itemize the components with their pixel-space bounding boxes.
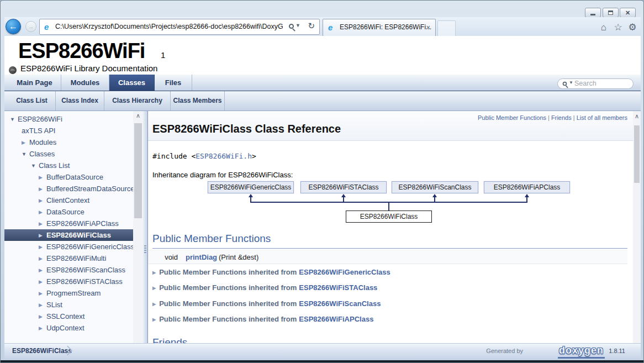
- expander-right-icon[interactable]: [39, 267, 46, 273]
- expander-right-icon: ▶: [152, 302, 156, 307]
- inheritance-caption: Inheritance diagram for ESP8266WiFiClass…: [152, 171, 293, 179]
- back-button[interactable]: ←: [6, 19, 21, 34]
- summary-link-friends[interactable]: Friends: [551, 114, 572, 121]
- class-link-staclass[interactable]: ESP8266WiFiSTAClass: [299, 283, 377, 292]
- expander-down-icon[interactable]: [10, 117, 18, 122]
- close-button[interactable]: ✕: [620, 8, 636, 18]
- diagram-box-wificlass[interactable]: ESP8266WiFiClass: [346, 211, 432, 223]
- inherited-section-staclass[interactable]: ▶Public Member Functions inherited fromE…: [152, 283, 377, 294]
- browser-tab[interactable]: e ESP8266WiFi: ESP8266WiFi... ×: [323, 19, 436, 36]
- tree-item-datasource[interactable]: DataSource: [4, 206, 133, 218]
- tree-item-esp8266wifiapclass[interactable]: ESP8266WiFiAPClass: [4, 218, 133, 229]
- expander-right-icon[interactable]: [39, 198, 46, 203]
- diagram-box-staclass[interactable]: ESP8266WiFiSTAClass: [300, 181, 387, 193]
- summary-link-public-member-functions[interactable]: Public Member Functions: [478, 114, 546, 121]
- expander-right-icon[interactable]: [39, 233, 46, 238]
- tab-modules[interactable]: Modules: [61, 75, 109, 91]
- inherited-section-apclass[interactable]: ▶Public Member Functions inherited fromE…: [152, 315, 373, 326]
- doxygen-page: ESP8266WiFi 1 ESP8266WiFi Library Docume…: [4, 36, 641, 359]
- tree-item-classes[interactable]: Classes: [4, 148, 133, 160]
- tree-item-esp8266wifimulti[interactable]: ESP8266WiFiMulti: [4, 252, 133, 264]
- class-link-genericclass[interactable]: ESP8266WiFiGenericClass: [299, 268, 390, 276]
- inherited-section-scanclass[interactable]: ▶Public Member Functions inherited fromE…: [152, 299, 381, 311]
- address-bar[interactable]: e C:\Users\Krzysztof\Documents\Projects\…: [39, 19, 320, 35]
- sidebar-scrollbar-thumb[interactable]: [134, 123, 142, 218]
- expander-right-icon[interactable]: [39, 221, 46, 227]
- expander-right-icon: ▶: [152, 286, 156, 291]
- splitter-handle[interactable]: [143, 111, 148, 359]
- search-icon[interactable]: [289, 24, 294, 29]
- tree-item-bufferdatasource[interactable]: BufferDataSource: [4, 171, 133, 183]
- expander-right-icon[interactable]: [39, 244, 46, 250]
- tree-item-esp8266wifiscanclass[interactable]: ESP8266WiFiScanClass: [4, 264, 133, 276]
- restore-icon: [608, 10, 613, 15]
- chevron-down-icon[interactable]: ▼: [569, 80, 573, 85]
- tree-item-esp8266wifi[interactable]: ESP8266WiFi: [4, 113, 133, 125]
- scroll-up-icon[interactable]: ∧: [633, 113, 641, 120]
- refresh-button[interactable]: ↻: [308, 21, 315, 31]
- expander-right-icon[interactable]: [39, 256, 46, 261]
- expander-right-icon[interactable]: [39, 302, 46, 308]
- tree-item-axtls-api[interactable]: axTLS API: [4, 125, 133, 136]
- doc-search-box[interactable]: ▼ Search: [557, 78, 634, 89]
- tree-item-esp8266wifistaclass[interactable]: ESP8266WiFiSTAClass: [4, 276, 133, 287]
- expander-down-icon[interactable]: [22, 151, 29, 157]
- doxygen-version: 1.8.11: [609, 344, 625, 359]
- tab-main-page[interactable]: Main Page: [8, 75, 61, 91]
- search-icon[interactable]: [563, 82, 567, 86]
- new-tab-button[interactable]: [437, 20, 456, 36]
- expander-right-icon[interactable]: [39, 314, 46, 319]
- home-button[interactable]: ⌂: [597, 22, 610, 34]
- expander-right-icon[interactable]: [39, 325, 46, 331]
- class-link-scanclass[interactable]: ESP8266WiFiScanClass: [299, 299, 381, 308]
- settings-button[interactable]: ⚙: [626, 22, 639, 34]
- expander-down-icon[interactable]: [31, 163, 39, 169]
- chevron-down-icon[interactable]: ▼: [295, 23, 300, 28]
- expander-right-icon[interactable]: [22, 140, 29, 145]
- project-brief: ESP8266WiFi Library Documentation: [20, 64, 157, 73]
- expander-right-icon[interactable]: [39, 175, 46, 180]
- tree-item-esp8266wifigenericclass[interactable]: ESP8266WiFiGenericClass: [4, 241, 133, 252]
- tab-class-index[interactable]: Class Index: [56, 91, 104, 111]
- tab-class-list[interactable]: Class List: [8, 91, 56, 111]
- scroll-up-icon[interactable]: ∧: [133, 112, 143, 119]
- tab-close-icon[interactable]: ×: [426, 23, 430, 32]
- tab-files[interactable]: Files: [155, 75, 192, 91]
- search-placeholder[interactable]: Search: [574, 79, 597, 88]
- tree-item-sslcontext[interactable]: SSLContext: [4, 311, 133, 322]
- tree-item-modules[interactable]: Modules: [4, 136, 133, 148]
- diagram-box-scanclass[interactable]: ESP8266WiFiScanClass: [392, 181, 478, 193]
- tab-classes[interactable]: Classes: [109, 75, 155, 91]
- diagram-box-genericclass[interactable]: ESP8266WiFiGenericClass: [208, 181, 294, 193]
- doxygen-logo[interactable]: doxygen: [558, 345, 605, 359]
- inherited-section-genericclass[interactable]: ▶Public Member Functions inherited fromE…: [152, 268, 390, 279]
- tree-item-clientcontext[interactable]: ClientContext: [4, 194, 133, 206]
- expander-right-icon[interactable]: [39, 291, 46, 296]
- tree-item-udpcontext[interactable]: UdpContext: [4, 322, 133, 334]
- tree-item-class-list[interactable]: Class List: [4, 160, 133, 171]
- diagram-box-apclass[interactable]: ESP8266WiFiAPClass: [484, 181, 570, 193]
- tree-item-esp8266wificlass-selected[interactable]: ESP8266WiFiClass: [4, 229, 133, 241]
- content-scrollbar-thumb[interactable]: [634, 125, 640, 183]
- tab-class-members[interactable]: Class Members: [171, 91, 225, 111]
- browser-window: ✕ ← → e C:\Users\Krzysztof\Documents\Pro…: [0, 0, 644, 363]
- summary-link-all-members[interactable]: List of all members: [577, 114, 627, 121]
- tree-item-slist[interactable]: SList: [4, 299, 133, 311]
- include-file-link[interactable]: ESP8266WiFi.h: [196, 152, 252, 160]
- favorites-button[interactable]: ☆: [611, 22, 625, 34]
- tree-item-bufferedstreamdatasource[interactable]: BufferedStreamDataSource: [4, 183, 133, 194]
- address-url[interactable]: C:\Users\Krzysztof\Documents\Projects\es…: [55, 19, 283, 34]
- class-link-apclass[interactable]: ESP8266WiFiAPClass: [299, 315, 373, 323]
- tab-class-hierarchy[interactable]: Class Hierarchy: [104, 91, 171, 111]
- member-link-printdiag[interactable]: printDiag: [186, 250, 217, 264]
- expander-right-icon[interactable]: [39, 209, 46, 215]
- forward-button[interactable]: →: [25, 21, 36, 32]
- footer-bar: ESP8266WiFiClass Generated by doxygen 1.…: [4, 343, 641, 359]
- project-name: ESP8266WiFi: [18, 39, 145, 63]
- expander-right-icon[interactable]: [39, 186, 46, 192]
- minimize-button[interactable]: [585, 8, 601, 18]
- tree-item-progmemstream[interactable]: ProgmemStream: [4, 287, 133, 299]
- expander-right-icon[interactable]: [39, 279, 46, 285]
- restore-button[interactable]: [603, 8, 619, 18]
- page-title: ESP8266WiFiClass Class Reference: [152, 123, 341, 135]
